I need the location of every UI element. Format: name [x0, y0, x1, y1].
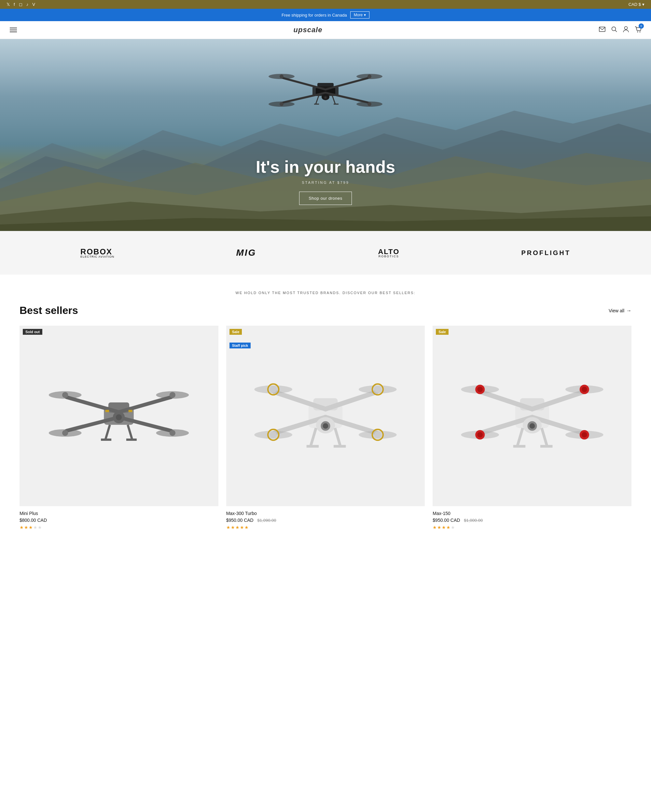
vimeo-icon[interactable]: V [32, 2, 35, 7]
account-icon[interactable] [623, 26, 629, 34]
section-header: Best sellers View all [20, 304, 631, 316]
cart-icon[interactable]: 0 [635, 26, 641, 34]
sale-badge: Sale [229, 329, 242, 335]
svg-point-29 [324, 97, 327, 99]
svg-line-103 [542, 428, 547, 446]
announcement-bar: Free shipping for orders in Canada More … [0, 9, 651, 21]
svg-point-3 [625, 26, 628, 29]
svg-point-25 [280, 102, 284, 106]
svg-point-26 [367, 102, 371, 106]
drone-hero-image [264, 58, 387, 124]
best-sellers-title: Best sellers [20, 304, 78, 316]
product-name: Max-300 Turbo [226, 511, 425, 516]
hero-content: It's in your hands Starting at $799 Shop… [256, 157, 395, 205]
svg-point-69 [374, 431, 381, 438]
product-name: Mini Plus [20, 511, 219, 516]
svg-point-76 [323, 423, 329, 429]
svg-line-53 [128, 425, 133, 440]
svg-line-52 [105, 425, 110, 440]
svg-point-66 [270, 386, 277, 393]
top-bar: 𝕏 f ◻ ♪ V CAD $ ▾ [0, 0, 651, 9]
svg-point-23 [280, 75, 284, 78]
svg-point-44 [62, 392, 68, 398]
product-price: $950.00 CAD $1,000.00 [432, 517, 631, 523]
svg-line-78 [335, 428, 341, 446]
svg-point-67 [374, 386, 381, 393]
brands-section: ROBOX ELECTRIC AVIATION MIG alto ROBOTIC… [0, 231, 651, 275]
svg-line-18 [326, 93, 368, 102]
svg-line-2 [615, 30, 617, 32]
svg-point-96 [582, 387, 587, 392]
view-all-link[interactable]: View all [609, 308, 631, 314]
cart-badge: 0 [639, 23, 644, 29]
hero-section: It's in your hands Starting at $799 Shop… [0, 39, 651, 231]
product-price: $800.00 CAD [20, 517, 219, 523]
product-card: Sale [432, 326, 631, 530]
tiktok-icon[interactable]: ♪ [26, 2, 29, 7]
svg-point-101 [529, 423, 535, 429]
sold-out-badge: Sold out [23, 329, 42, 335]
logo[interactable]: upscale [293, 26, 322, 34]
svg-line-17 [283, 93, 326, 102]
svg-rect-51 [128, 410, 132, 412]
announcement-text: Free shipping for orders in Canada [281, 13, 347, 18]
svg-point-1 [612, 27, 616, 31]
svg-point-49 [116, 414, 122, 420]
facebook-icon[interactable]: f [14, 2, 15, 7]
brand-proflight[interactable]: PROFLIGHT [521, 249, 571, 257]
svg-point-5 [640, 31, 640, 32]
svg-rect-50 [105, 410, 109, 412]
section-subtitle: We hold only the most trusted brands. Di… [20, 291, 631, 295]
svg-line-31 [332, 95, 335, 104]
product-rating: ★★★★★ [432, 525, 631, 530]
svg-point-4 [637, 31, 638, 32]
email-icon[interactable] [599, 27, 605, 34]
hero-title: It's in your hands [256, 157, 395, 177]
twitter-icon[interactable]: 𝕏 [6, 2, 10, 7]
svg-point-68 [270, 431, 277, 438]
chevron-down-icon: ▾ [364, 13, 366, 17]
more-button[interactable]: More ▾ [350, 11, 370, 18]
svg-point-98 [582, 432, 587, 438]
product-image-wrap[interactable]: Sale Staff pick [226, 326, 425, 506]
svg-point-24 [367, 75, 371, 78]
svg-point-95 [477, 387, 483, 392]
staff-pick-badge: Staff pick [229, 343, 251, 348]
product-card: Sale Staff pick [226, 326, 425, 530]
sale-badge: Sale [436, 329, 449, 335]
product-name: Max-150 [432, 511, 631, 516]
product-grid: Sold out [20, 326, 631, 530]
brand-alto[interactable]: alto ROBOTICS [378, 247, 399, 258]
header-icons: 0 [599, 26, 641, 34]
menu-button[interactable] [10, 27, 17, 32]
svg-line-102 [517, 428, 523, 446]
hero-subtitle: Starting at $799 [256, 180, 395, 185]
brand-mig[interactable]: MIG [236, 247, 256, 258]
svg-point-46 [62, 430, 68, 436]
svg-rect-0 [599, 27, 605, 32]
chevron-down-icon: ▾ [642, 2, 645, 7]
brand-robox[interactable]: ROBOX ELECTRIC AVIATION [80, 247, 114, 258]
svg-line-77 [310, 428, 316, 446]
product-price: $950.00 CAD $1,090.00 [226, 517, 425, 523]
svg-point-97 [477, 432, 483, 438]
svg-point-47 [170, 430, 176, 436]
svg-point-45 [170, 392, 176, 398]
svg-line-30 [316, 95, 319, 104]
product-rating: ★★★★★ [226, 525, 425, 530]
product-rating: ★★★★★ [20, 525, 219, 530]
product-image-wrap[interactable]: Sale [432, 326, 631, 506]
instagram-icon[interactable]: ◻ [19, 2, 23, 7]
shop-drones-button[interactable]: Shop our drones [299, 192, 352, 205]
currency-selector[interactable]: CAD $ ▾ [628, 2, 645, 7]
best-sellers-section: We hold only the most trusted brands. Di… [0, 275, 651, 546]
search-icon[interactable] [611, 26, 617, 34]
product-card: Sold out [20, 326, 219, 530]
product-image-wrap[interactable]: Sold out [20, 326, 219, 506]
header: upscale 0 [0, 21, 651, 39]
social-icons: 𝕏 f ◻ ♪ V [6, 2, 35, 7]
